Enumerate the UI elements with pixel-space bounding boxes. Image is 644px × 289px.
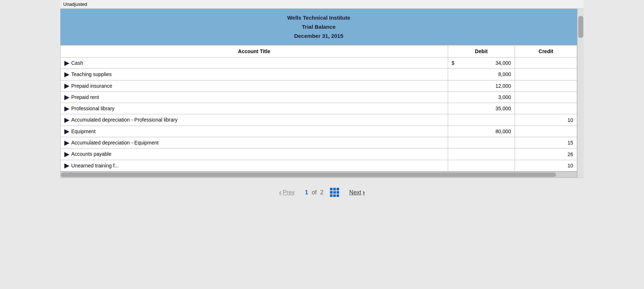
row-arrow-icon — [64, 129, 69, 134]
trial-balance-table-container: Account Title Debit Credit Cash$34,000Te… — [60, 45, 577, 178]
report-title3: December 31, 2015 — [64, 33, 573, 39]
row-arrow-icon — [64, 106, 69, 111]
table-row: Prepaid rent3,000 — [61, 91, 577, 103]
row-arrow-icon — [64, 84, 69, 89]
trial-balance-table: Account Title Debit Credit Cash$34,000Te… — [61, 45, 577, 171]
unadjusted-label: Unadjusted — [63, 1, 87, 7]
prev-chevron-icon: ‹ — [279, 189, 281, 196]
account-name: Accumulated depreciation - Equipment — [71, 140, 158, 146]
col-header-account: Account Title — [61, 45, 448, 58]
cell-account: Accounts payable — [61, 149, 448, 160]
scrollbar-thumb — [61, 173, 556, 177]
row-arrow-icon — [64, 163, 69, 169]
cell-account: Prepaid rent — [61, 91, 448, 103]
current-page: 1 — [305, 189, 308, 196]
cell-account: Teaching supplies — [61, 69, 448, 80]
account-name: Cash — [71, 60, 83, 66]
table-row: Professional library35,000 — [61, 103, 577, 114]
cell-account: Unearned training f... — [61, 160, 448, 171]
debit-amount: 34,000 — [452, 60, 511, 66]
row-arrow-icon — [64, 72, 69, 78]
horizontal-scrollbar[interactable] — [61, 171, 577, 177]
cell-account: Equipment — [61, 126, 448, 137]
dollar-sign: $ — [452, 60, 455, 66]
next-chevron-icon: › — [363, 189, 365, 196]
report-title1: Wells Technical Institute — [64, 15, 573, 21]
of-label: of — [312, 189, 317, 196]
cell-account: Accumulated depreciation - Equipment — [61, 137, 448, 149]
table-row: Cash$34,000 — [61, 58, 577, 69]
cell-debit — [448, 114, 515, 126]
cell-debit: $34,000 — [448, 58, 515, 69]
cell-debit: 3,000 — [448, 91, 515, 103]
account-name: Teaching supplies — [71, 71, 112, 77]
cell-credit: 10 — [515, 160, 577, 171]
cell-credit — [515, 58, 577, 69]
report-header: Wells Technical Institute Trial Balance … — [60, 9, 577, 45]
vscrollbar-thumb — [578, 16, 583, 38]
table-row: Accumulated depreciation - Equipment15 — [61, 137, 577, 149]
table-row: Teaching supplies8,000 — [61, 69, 577, 80]
next-label: Next — [349, 189, 361, 196]
vertical-scrollbar[interactable] — [577, 9, 584, 178]
cell-debit: 8,000 — [448, 69, 515, 80]
cell-credit — [515, 91, 577, 103]
cell-account: Accumulated depreciation - Professional … — [61, 114, 448, 126]
report-title2: Trial Balance — [64, 24, 573, 30]
row-arrow-icon — [64, 118, 69, 123]
next-button[interactable]: Next › — [346, 186, 369, 198]
row-arrow-icon — [64, 61, 69, 66]
col-header-credit: Credit — [515, 45, 577, 58]
cell-credit — [515, 126, 577, 137]
account-name: Unearned training f... — [71, 163, 119, 169]
col-header-debit: Debit — [448, 45, 515, 58]
cell-credit: 26 — [515, 149, 577, 160]
top-label-bar: Unadjusted — [60, 0, 584, 9]
page-info: 1 of 2 — [305, 189, 323, 196]
cell-debit — [448, 149, 515, 160]
account-name: Prepaid rent — [71, 94, 99, 100]
prev-label: Prev — [283, 189, 295, 196]
cell-credit — [515, 69, 577, 80]
cell-debit — [448, 137, 515, 149]
total-pages: 2 — [320, 189, 323, 196]
account-name: Equipment — [71, 128, 96, 134]
cell-credit — [515, 103, 577, 114]
row-arrow-icon — [64, 152, 69, 157]
row-arrow-icon — [64, 140, 69, 146]
account-name: Professional library — [71, 106, 114, 111]
cell-debit: 35,000 — [448, 103, 515, 114]
row-arrow-icon — [64, 95, 69, 100]
cell-account: Professional library — [61, 103, 448, 114]
account-name: Accounts payable — [71, 151, 112, 157]
cell-debit — [448, 160, 515, 171]
cell-credit — [515, 80, 577, 91]
account-name: Accumulated depreciation - Professional … — [71, 117, 178, 123]
cell-debit: 80,000 — [448, 126, 515, 137]
cell-credit: 15 — [515, 137, 577, 149]
table-row: Equipment80,000 — [61, 126, 577, 137]
cell-account: Cash — [61, 58, 448, 69]
table-row: Accounts payable26 — [61, 149, 577, 160]
table-row: Accumulated depreciation - Professional … — [61, 114, 577, 126]
pagination-bar: ‹ Prev 1 of 2 Next › — [60, 178, 584, 207]
cell-account: Prepaid insurance — [61, 80, 448, 91]
table-row: Prepaid insurance12,000 — [61, 80, 577, 91]
account-name: Prepaid insurance — [71, 83, 112, 89]
cell-credit: 10 — [515, 114, 577, 126]
grid-view-icon[interactable] — [330, 188, 339, 197]
table-header-row: Account Title Debit Credit — [61, 45, 577, 58]
cell-debit: 12,000 — [448, 80, 515, 91]
prev-button[interactable]: ‹ Prev — [275, 186, 298, 198]
table-row: Unearned training f...10 — [61, 160, 577, 171]
